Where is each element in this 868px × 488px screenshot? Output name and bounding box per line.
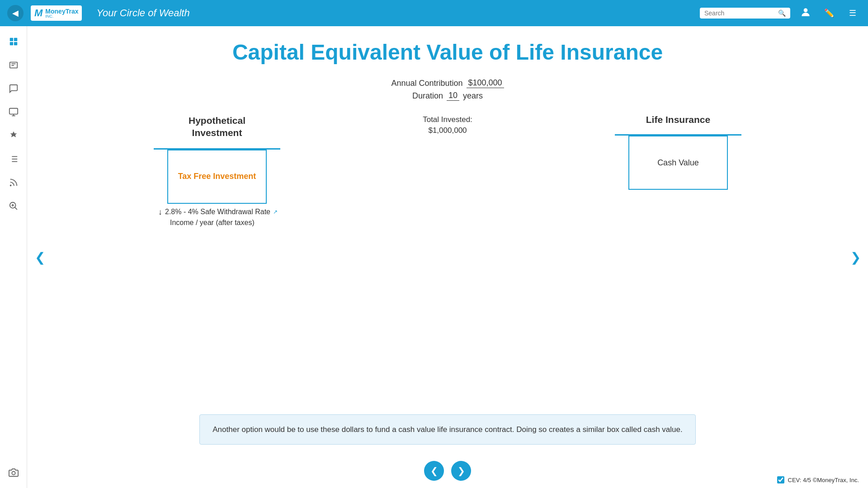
annual-contribution-label: Annual Contribution (391, 79, 462, 88)
withdrawal-rate-text: 2.8% - 4% Safe Withdrawal Rate (165, 208, 270, 216)
logo: M MoneyTrax INC. (31, 5, 82, 21)
duration-row: Duration 10 years (412, 91, 483, 101)
sidebar-item-list[interactable] (4, 149, 24, 169)
contrib-duration-block: Annual Contribution $100,000 Duration 10… (391, 78, 504, 101)
nav-right-button[interactable]: ❯ (847, 249, 863, 265)
content-area: ❮ ❯ Capital Equivalent Value of Life Ins… (27, 26, 868, 488)
logo-text: MoneyTrax INC. (45, 8, 78, 19)
search-input[interactable] (704, 9, 774, 17)
nav-left-button[interactable]: ❮ (32, 249, 48, 265)
withdrawal-section: ↓ 2.8% - 4% Safe Withdrawal Rate ↗ Incom… (154, 207, 280, 227)
prev-icon: ❮ (430, 465, 438, 476)
page-content: Capital Equivalent Value of Life Insuran… (27, 26, 868, 405)
menu-icon: ☰ (849, 8, 856, 18)
sidebar-item-camera[interactable] (4, 463, 24, 483)
avatar-button[interactable] (797, 5, 814, 21)
svg-point-0 (804, 8, 808, 12)
total-invested-block: Total Invested: $1,000,000 (423, 114, 472, 136)
avatar-icon (800, 6, 811, 20)
total-invested-value: $1,000,000 (428, 126, 467, 135)
info-box: Another option would be to use these dol… (199, 414, 695, 445)
edit-icon: ✏️ (824, 8, 834, 18)
center-column: Total Invested: $1,000,000 (280, 114, 615, 145)
sidebar-item-search[interactable] (4, 196, 24, 216)
logo-m: M (34, 7, 42, 19)
header: ◀ M MoneyTrax INC. Your Circle of Wealth… (0, 0, 868, 26)
logo-brand: MoneyTrax (45, 8, 78, 14)
logo-inc: INC. (45, 14, 78, 19)
duration-value: 10 (447, 91, 459, 101)
cash-value-label: Cash Value (657, 158, 699, 168)
svg-rect-4 (14, 42, 17, 45)
page-title: Capital Equivalent Value of Life Insuran… (232, 40, 663, 65)
svg-point-21 (12, 471, 15, 474)
sidebar-item-tools[interactable] (4, 126, 24, 145)
sidebar (0, 26, 27, 488)
sidebar-item-dashboard[interactable] (4, 32, 24, 52)
bottom-nav: ❮ ❯ CEV: 4/5 ©MoneyTrax, Inc. (27, 454, 868, 488)
header-tagline: Your Circle of Wealth (96, 7, 189, 19)
svg-rect-1 (9, 38, 13, 41)
right-column: Life Insurance Cash Value (615, 114, 741, 190)
sidebar-item-profile[interactable] (4, 55, 24, 75)
withdrawal-rate-row: ↓ 2.8% - 4% Safe Withdrawal Rate ↗ (158, 207, 280, 217)
total-invested-label: Total Invested: (423, 115, 472, 124)
page-indicator: CEV: 4/5 ©MoneyTrax, Inc. (788, 477, 859, 483)
income-label: Income / year (after taxes) (170, 219, 280, 227)
duration-label: Duration (412, 91, 443, 101)
tax-free-investment-label: Tax Free Investment (178, 172, 256, 181)
life-insurance-label: Life Insurance (646, 114, 710, 125)
info-text: Another option would be to use these dol… (212, 425, 682, 434)
center-labels: Total Invested: $1,000,000 (294, 114, 601, 136)
svg-rect-3 (9, 42, 13, 45)
checkbox[interactable] (777, 476, 784, 483)
hyp-investment-label: Hypothetical Investment (189, 114, 245, 139)
sidebar-item-feed[interactable] (4, 173, 24, 192)
svg-rect-8 (9, 108, 17, 114)
svg-point-17 (10, 185, 11, 186)
sidebar-item-chat[interactable] (4, 79, 24, 99)
menu-button[interactable]: ☰ (844, 5, 861, 21)
svg-rect-2 (14, 38, 17, 41)
sidebar-item-monitor[interactable] (4, 102, 24, 122)
bottom-prev-button[interactable]: ❮ (424, 461, 444, 481)
back-button[interactable]: ◀ (7, 5, 24, 21)
annual-contribution-value: $100,000 (467, 78, 504, 88)
next-icon: ❯ (458, 465, 465, 476)
center-info: Total Invested: $1,000,000 (294, 114, 601, 136)
down-arrow-icon: ↓ (158, 207, 162, 217)
left-column: Hypothetical Investment Tax Free Investm… (154, 114, 280, 227)
main-layout: ❮ ❯ Capital Equivalent Value of Life Ins… (0, 26, 868, 488)
cash-value-box: Cash Value (628, 136, 728, 190)
tax-free-investment-box: Tax Free Investment (167, 150, 267, 204)
edit-button[interactable]: ✏️ (821, 5, 837, 21)
annual-contribution-row: Annual Contribution $100,000 (391, 78, 504, 88)
diagram: Hypothetical Investment Tax Free Investm… (154, 114, 741, 227)
search-icon: 🔍 (778, 9, 786, 17)
search-box: 🔍 (700, 8, 790, 19)
duration-unit: years (463, 91, 483, 101)
right-chevron-icon: ❯ (850, 250, 861, 265)
bottom-right-info: CEV: 4/5 ©MoneyTrax, Inc. (777, 476, 859, 483)
external-link-icon[interactable]: ↗ (273, 209, 278, 215)
left-chevron-icon: ❮ (35, 250, 45, 265)
bottom-next-button[interactable]: ❯ (451, 461, 471, 481)
